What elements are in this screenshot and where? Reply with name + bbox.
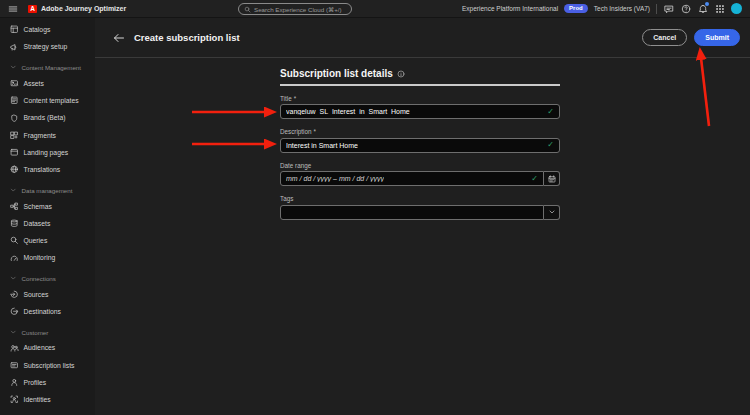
chevron-down-icon [10,329,17,336]
back-arrow-icon[interactable] [113,32,125,44]
submit-button[interactable]: Submit [694,29,740,46]
user-avatar[interactable] [731,3,742,14]
sidebar-section-customer[interactable]: Customer [0,325,95,339]
sidebar-item-subscription-lists[interactable]: Subscription lists [0,356,95,373]
sidebar-item-audiences[interactable]: Audiences [0,339,95,356]
section-help-icon[interactable] [397,70,405,78]
sidebar-item-label: Subscription lists [24,362,75,369]
topbar-right-group: Experience Platform International Prod T… [462,3,742,14]
destinations-icon [10,307,19,316]
sidebar-section-data-management[interactable]: Data management [0,183,95,197]
hamburger-menu-icon[interactable] [8,4,18,14]
sidebar-item-label: Audiences [24,344,56,351]
chevron-down-icon [10,275,17,282]
datasets-icon [10,219,19,228]
sidebar-item-label: Schemas [24,203,52,210]
sidebar-item-monitoring[interactable]: Monitoring [0,249,95,266]
sidebar-item-landing-pages[interactable]: Landing pages [0,144,95,161]
sidebar-item-label: Connections [22,275,56,282]
sidebar-item-label: Datasets [24,220,51,227]
environment-badge[interactable]: Prod [564,4,588,13]
header-actions: Cancel Submit [642,29,740,46]
sidebar-item-label: Landing pages [24,149,69,156]
date-range-placeholder: mm / dd / yyyy – mm / dd / yyyy [286,175,384,182]
sidebar-item-identities[interactable]: Identities [0,391,95,408]
feedback-icon[interactable] [663,3,674,14]
description-input[interactable]: Interest in Smart Home ✓ [280,138,560,153]
sidebar-item-label: Strategy setup [24,43,68,50]
sidebar-item-label: Translations [24,166,61,173]
subscription-list-form: Subscription list details Title * vangel… [280,68,560,220]
description-label-text: Description [280,128,312,135]
assets-icon [10,79,19,88]
grid-glyph [715,4,725,14]
search-placeholder: Search Experience Cloud (⌘+/) [254,6,342,13]
date-range-label: Date range [280,162,560,169]
sidebar-item-translations[interactable]: Translations [0,161,95,178]
sidebar-item-profiles[interactable]: Profiles [0,374,95,391]
page-title: Create subscription list [134,32,240,43]
schemas-icon [10,202,19,211]
audiences-icon [10,344,19,353]
sidebar-section-connections[interactable]: Connections [0,272,95,286]
feedback-glyph [664,4,674,14]
monitoring-icon [10,254,19,263]
left-navigation-sidebar: CatalogsStrategy setupContent Management… [0,18,95,415]
app-switcher-icon[interactable] [714,3,725,14]
date-range-input[interactable]: mm / dd / yyyy – mm / dd / yyyy ✓ [280,171,544,186]
catalogs-icon [10,25,19,34]
help-glyph [681,4,691,14]
sidebar-item-label: Destinations [24,308,61,315]
title-input[interactable]: vangeluw_SL_Interest_in_Smart_Home ✓ [280,104,560,119]
sidebar-item-sources[interactable]: Sources [0,286,95,303]
main-content: Create subscription list Cancel Submit S… [95,18,750,415]
subscription-lists-icon [10,361,19,370]
checkmark-icon: ✓ [547,108,554,116]
title-label-text: Title [280,95,292,102]
adobe-journey-optimizer-window: A Adobe Journey Optimizer Search Experie… [0,0,750,415]
calendar-icon[interactable] [544,171,560,186]
sidebar-item-fragments[interactable]: Fragments [0,126,95,143]
chevron-down-icon[interactable] [544,205,560,220]
sources-icon [10,290,19,299]
tags-input[interactable] [280,205,544,220]
sidebar-item-catalogs[interactable]: Catalogs [0,21,95,38]
sidebar-item-queries[interactable]: Queries [0,232,95,249]
content-templates-icon [10,96,19,105]
sidebar-item-strategy-setup[interactable]: Strategy setup [0,38,95,55]
sidebar-list: CatalogsStrategy setupContent Management… [0,21,95,408]
brands-icon [10,114,19,123]
tags-label-text: Tags [280,195,293,202]
required-asterisk: * [314,128,316,135]
sidebar-item-destinations[interactable]: Destinations [0,303,95,320]
sidebar-item-label: Sources [24,291,49,298]
search-input[interactable]: Search Experience Cloud (⌘+/) [238,3,352,15]
tags-label: Tags [280,195,560,202]
sidebar-section-content-management[interactable]: Content Management [0,61,95,75]
sidebar-item-label: Brands (Beta) [24,114,66,121]
tags-input-row [280,205,560,220]
notifications-bell-icon[interactable] [697,3,708,14]
page-header: Create subscription list Cancel Submit [95,18,750,58]
sidebar-item-label: Fragments [24,132,56,139]
org-name: Experience Platform International [462,5,558,12]
top-navigation-bar: A Adobe Journey Optimizer Search Experie… [0,0,750,18]
description-value: Interest in Smart Home [286,142,358,149]
date-range-input-row: mm / dd / yyyy – mm / dd / yyyy ✓ [280,171,560,186]
sidebar-item-label: Monitoring [24,254,56,261]
help-icon[interactable] [680,3,691,14]
sandbox-name[interactable]: Tech Insiders (VA7) [594,5,650,12]
sidebar-item-assets[interactable]: Assets [0,75,95,92]
section-title: Subscription list details [280,68,393,79]
translations-icon [10,165,19,174]
chevron-down-icon [10,64,17,71]
notification-dot [705,2,709,6]
identities-icon [10,395,19,404]
sidebar-item-label: Identities [24,396,51,403]
sidebar-item-content-templates[interactable]: Content templates [0,92,95,109]
cancel-button[interactable]: Cancel [642,29,687,46]
sidebar-item-schemas[interactable]: Schemas [0,197,95,214]
sidebar-item-brands-beta[interactable]: Brands (Beta) [0,109,95,126]
section-heading: Subscription list details [280,68,560,79]
sidebar-item-datasets[interactable]: Datasets [0,215,95,232]
